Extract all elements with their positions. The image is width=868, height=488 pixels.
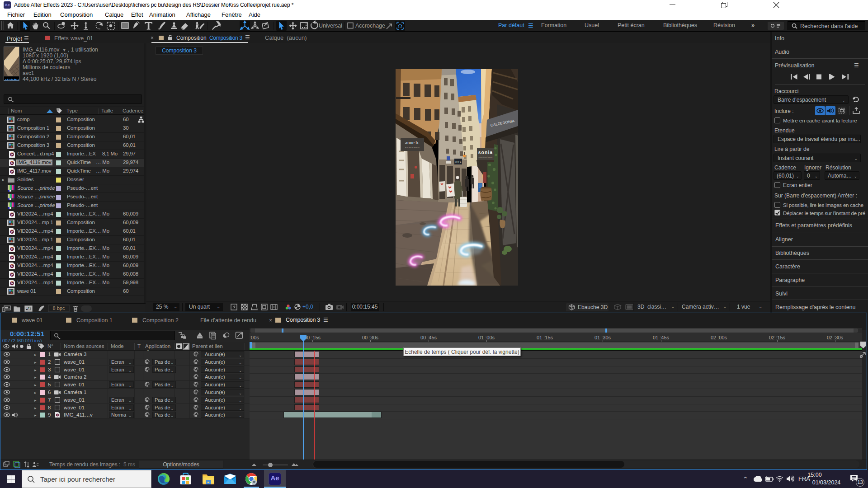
svg-text:sonia: sonia: [478, 150, 493, 155]
svg-text:8 bpc: 8 bpc: [53, 305, 65, 311]
svg-text:Accrochage: Accrochage: [355, 23, 385, 29]
svg-text:maison de pret a porter: maison de pret a porter: [478, 156, 492, 158]
svg-text:AFFL: AFFL: [455, 160, 461, 163]
svg-text:Universal: Universal: [319, 23, 342, 29]
svg-text:anne b.: anne b.: [405, 140, 420, 145]
svg-text:ATELIER DE BEAUTE: ATELIER DE BEAUTE: [405, 147, 420, 149]
